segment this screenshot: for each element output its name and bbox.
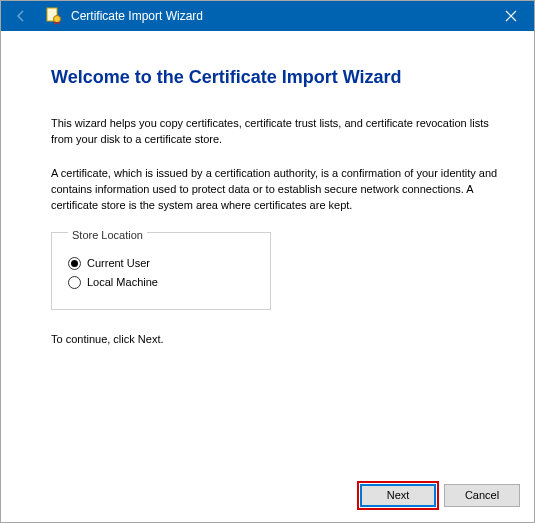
radio-local-machine[interactable]: Local Machine	[68, 276, 254, 289]
radio-icon	[68, 257, 81, 270]
next-button-label: Next	[387, 489, 410, 501]
next-button[interactable]: Next	[360, 484, 436, 507]
back-arrow-icon	[14, 9, 28, 23]
wizard-window: Certificate Import Wizard Welcome to the…	[0, 0, 535, 523]
svg-point-1	[54, 16, 61, 23]
store-location-group: Store Location Current User Local Machin…	[51, 232, 271, 310]
close-button[interactable]	[488, 1, 534, 31]
intro-paragraph-2: A certificate, which is issued by a cert…	[51, 166, 500, 214]
close-icon	[505, 10, 517, 22]
wizard-content: Welcome to the Certificate Import Wizard…	[1, 31, 534, 468]
certificate-icon	[45, 7, 63, 25]
page-heading: Welcome to the Certificate Import Wizard	[51, 67, 500, 88]
back-button[interactable]	[9, 4, 33, 28]
cancel-button[interactable]: Cancel	[444, 484, 520, 507]
store-location-legend: Store Location	[68, 229, 147, 241]
wizard-footer: Next Cancel	[1, 468, 534, 522]
titlebar: Certificate Import Wizard	[1, 1, 534, 31]
radio-label: Current User	[87, 257, 150, 269]
intro-paragraph-1: This wizard helps you copy certificates,…	[51, 116, 500, 148]
cancel-button-label: Cancel	[465, 489, 499, 501]
radio-current-user[interactable]: Current User	[68, 257, 254, 270]
window-title: Certificate Import Wizard	[71, 9, 203, 23]
radio-icon	[68, 276, 81, 289]
radio-label: Local Machine	[87, 276, 158, 288]
continue-text: To continue, click Next.	[51, 332, 500, 348]
